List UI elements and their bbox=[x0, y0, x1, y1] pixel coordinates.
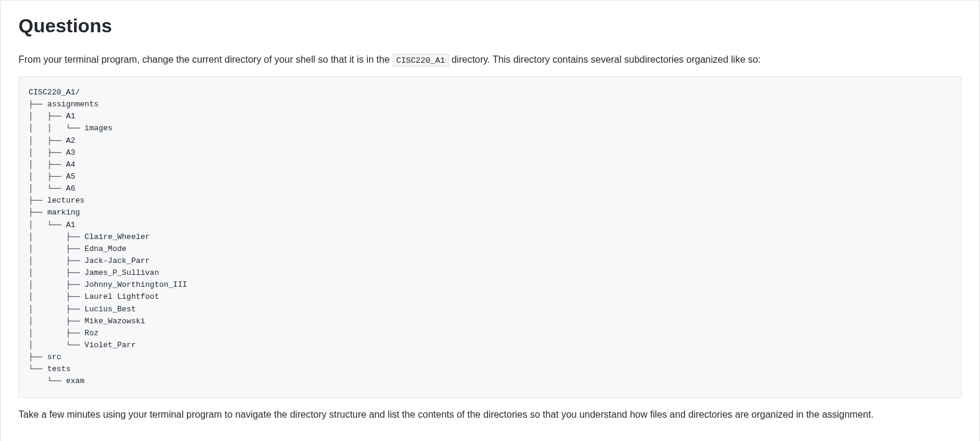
outro-paragraph: Take a few minutes using your terminal p… bbox=[19, 408, 961, 422]
document-container: Questions From your terminal program, ch… bbox=[0, 0, 980, 441]
inline-code-dirname: CISC220_A1 bbox=[392, 54, 448, 67]
intro-paragraph: From your terminal program, change the c… bbox=[19, 53, 961, 67]
intro-prefix-text: From your terminal program, change the c… bbox=[19, 54, 392, 65]
page-title: Questions bbox=[19, 15, 961, 43]
intro-suffix-text: directory. This directory contains sever… bbox=[451, 54, 761, 65]
directory-tree-block: CISC220_A1/ ├── assignments │ ├── A1 │ │… bbox=[19, 76, 961, 398]
